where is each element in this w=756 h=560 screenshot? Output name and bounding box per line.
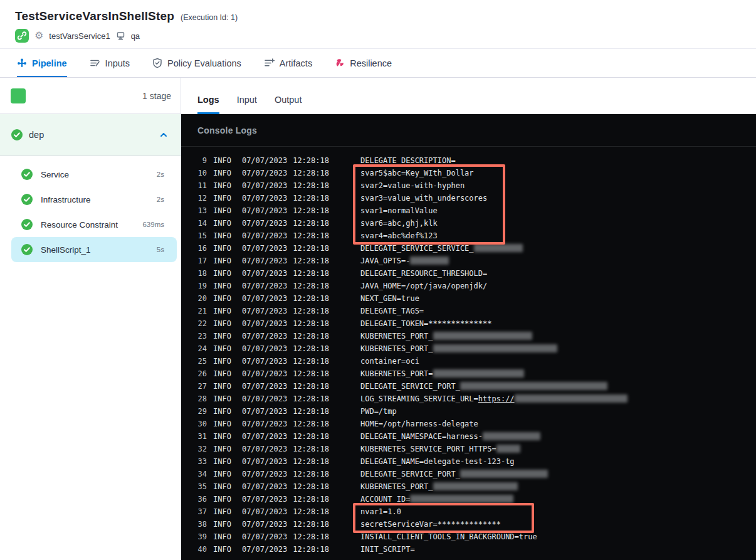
log-line: 13INFO07/07/202312:28:18svar1=normalValu… — [193, 204, 756, 217]
tab-label: Pipeline — [32, 58, 67, 68]
log-message: DELEGATE_SERVICE_PORT_ — [360, 380, 607, 393]
log-date: 07/07/2023 — [242, 443, 287, 455]
log-line-number: 17 — [193, 255, 207, 267]
log-date: 07/07/2023 — [242, 167, 287, 179]
log-time: 12:28:18 — [293, 179, 329, 192]
tab-pipeline[interactable]: Pipeline — [17, 49, 67, 77]
log-line-number: 28 — [193, 393, 207, 405]
log-message: secretServiceVar=************** — [360, 518, 501, 531]
log-message: nvar1=1.0 — [360, 505, 401, 518]
log-date: 07/07/2023 — [242, 543, 287, 556]
log-level: INFO — [213, 305, 231, 317]
log-line-number: 39 — [193, 531, 207, 543]
log-message: svar1=normalValue — [360, 204, 438, 217]
log-time: 12:28:18 — [293, 418, 329, 430]
log-message: DELEGATE_SERVICE_PORT_ — [360, 468, 548, 480]
redacted-value — [460, 470, 548, 478]
stage-group-dep[interactable]: dep — [0, 114, 181, 156]
log-line-number: 20 — [193, 292, 207, 305]
log-tab-logs[interactable]: Logs — [197, 78, 219, 114]
log-message: KUBERNETES_PORT_ — [360, 480, 518, 493]
log-date: 07/07/2023 — [242, 455, 287, 468]
step-service[interactable]: Service2s — [11, 162, 177, 187]
log-time: 12:28:18 — [293, 330, 329, 342]
log-text: KUBERNETES_PORT_ — [360, 344, 433, 353]
log-level: INFO — [213, 543, 231, 556]
log-tab-input[interactable]: Input — [237, 78, 257, 114]
log-line-number: 38 — [193, 518, 207, 531]
log-text: svar6=abc,ghj,klk — [360, 219, 438, 228]
log-time: 12:28:18 — [293, 342, 329, 355]
log-link[interactable]: https:// — [478, 394, 515, 403]
log-text: DELEGATE_SERVICE_PORT_ — [360, 382, 460, 391]
log-message: ACCOUNT_ID= — [360, 493, 513, 505]
log-line: 31INFO07/07/202312:28:18DELEGATE_NAMESPA… — [193, 430, 756, 443]
log-level: INFO — [213, 418, 231, 430]
chevron-up-icon[interactable] — [159, 130, 168, 139]
step-duration: 5s — [157, 246, 164, 253]
page-header: TestServiceVarsInShellStep (Execution Id… — [0, 0, 756, 49]
main-tab-bar: PipelineInputsPolicy EvaluationsArtifact… — [0, 49, 756, 78]
log-line-number: 13 — [193, 204, 207, 217]
console: Console Logs 9INFO07/07/202312:28:18DELE… — [181, 114, 756, 560]
step-shellscript-1[interactable]: ShellScript_15s — [11, 237, 177, 262]
log-time: 12:28:18 — [293, 505, 329, 518]
tab-resilience[interactable]: Resilience — [335, 49, 392, 77]
log-date: 07/07/2023 — [242, 505, 287, 518]
stage-group-name: dep — [29, 130, 159, 140]
log-text: DELEGATE_NAMESPACE=harness- — [360, 432, 483, 441]
log-panel: LogsInputOutput Console Logs 9INFO07/07/… — [181, 78, 756, 560]
log-text: svar5$abc=Key_WIth_Dollar — [360, 169, 474, 177]
log-date: 07/07/2023 — [242, 204, 287, 217]
log-date: 07/07/2023 — [242, 292, 287, 305]
step-infrastructure[interactable]: Infrastructure2s — [11, 187, 177, 212]
log-text: DELEGATE_TAGS= — [360, 307, 424, 315]
step-resource-constraint[interactable]: Resource Constraint639ms — [11, 212, 177, 237]
log-date: 07/07/2023 — [242, 418, 287, 430]
log-line: 20INFO07/07/202312:28:18NEXT_GEN=true — [193, 292, 756, 305]
log-text: secretServiceVar=************** — [360, 520, 501, 529]
service-link-icon — [15, 29, 29, 43]
log-time: 12:28:18 — [293, 317, 329, 330]
log-date: 07/07/2023 — [242, 531, 287, 543]
step-duration: 2s — [157, 171, 164, 178]
log-time: 12:28:18 — [293, 217, 329, 230]
log-line: 17INFO07/07/202312:28:18JAVA_OPTS=- — [193, 255, 756, 267]
redacted-value — [496, 445, 520, 453]
log-tab-output[interactable]: Output — [275, 78, 302, 114]
log-message: PWD=/tmp — [360, 405, 397, 418]
log-line: 18INFO07/07/202312:28:18DELEGATE_RESOURC… — [193, 267, 756, 280]
redacted-value — [410, 256, 449, 265]
log-line: 25INFO07/07/202312:28:18container=oci — [193, 355, 756, 367]
log-line: 14INFO07/07/202312:28:18svar6=abc,ghj,kl… — [193, 217, 756, 230]
log-message: LOG_STREAMING_SERVICE_URL=https:// — [360, 393, 627, 405]
log-message: NEXT_GEN=true — [360, 292, 419, 305]
step-label: Infrastructure — [41, 195, 157, 204]
redacted-value — [433, 332, 532, 340]
log-level: INFO — [213, 355, 231, 367]
log-date: 07/07/2023 — [242, 255, 287, 267]
log-line: 22INFO07/07/202312:28:18DELEGATE_TOKEN=*… — [193, 317, 756, 330]
log-line-number: 14 — [193, 217, 207, 230]
step-label: Service — [41, 170, 157, 179]
log-text: HOME=/opt/harness-delegate — [360, 420, 478, 428]
tab-label: Inputs — [105, 58, 130, 68]
log-line-number: 24 — [193, 342, 207, 355]
log-date: 07/07/2023 — [242, 154, 287, 167]
log-level: INFO — [213, 531, 231, 543]
success-check-icon — [21, 218, 33, 231]
log-text: DELEGATE_SERVICE_SERVICE_ — [360, 244, 474, 253]
log-line: 40INFO07/07/202312:28:18INIT_SCRIPT= — [193, 543, 756, 556]
log-level: INFO — [213, 255, 231, 267]
log-level: INFO — [213, 505, 231, 518]
log-level: INFO — [213, 167, 231, 179]
tab-policy-evaluations[interactable]: Policy Evaluations — [152, 49, 241, 77]
log-message: DELEGATE_NAME=delegate-test-123-tg — [360, 455, 515, 468]
log-time: 12:28:18 — [293, 493, 329, 505]
tab-label: Policy Evaluations — [167, 58, 241, 68]
log-level: INFO — [213, 367, 231, 380]
log-line-number: 16 — [193, 242, 207, 255]
log-time: 12:28:18 — [293, 531, 329, 543]
tab-inputs[interactable]: Inputs — [90, 49, 130, 77]
tab-artifacts[interactable]: Artifacts — [264, 49, 312, 77]
